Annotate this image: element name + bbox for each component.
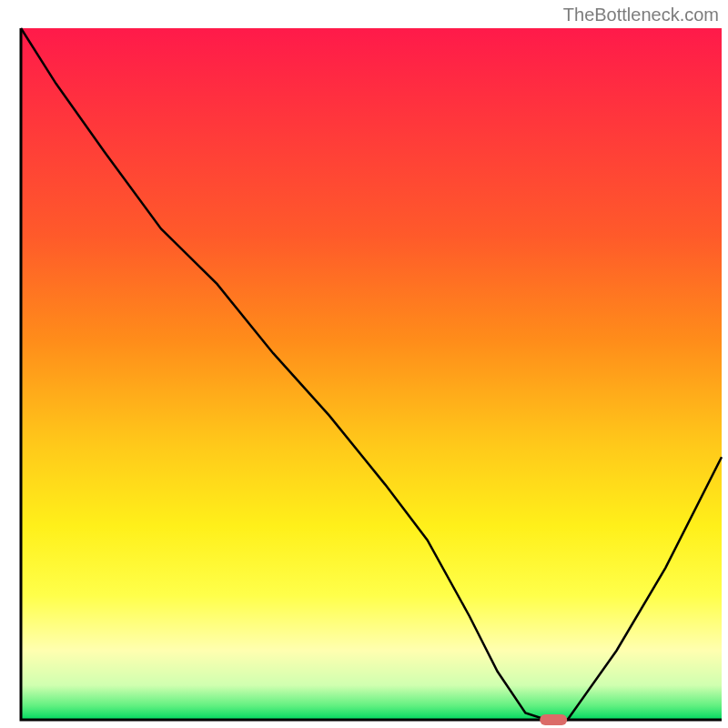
optimal-marker <box>540 714 567 725</box>
watermark-text: TheBottleneck.com <box>563 5 719 25</box>
chart-svg <box>0 0 728 728</box>
chart-container: TheBottleneck.com <box>0 0 728 728</box>
plot-background <box>21 28 722 720</box>
